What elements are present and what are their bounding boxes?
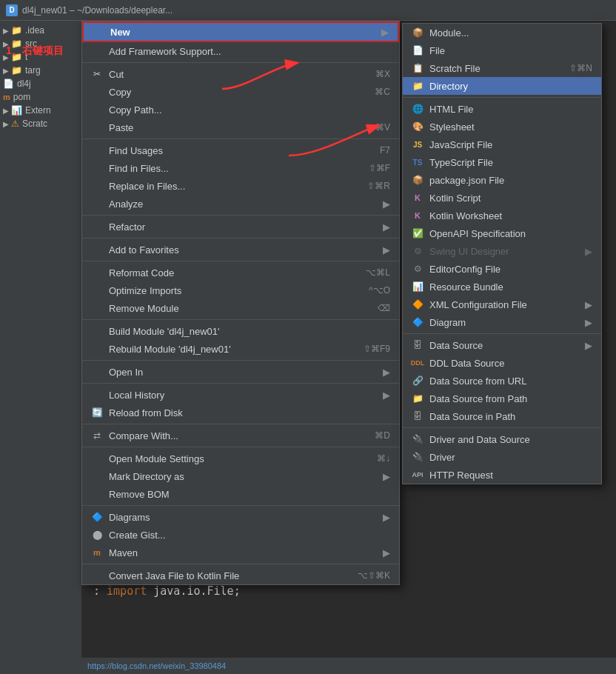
driver-icon: 🔌	[412, 451, 424, 463]
package-json-icon: 📦	[412, 174, 424, 186]
submenu-file[interactable]: 📄 File	[403, 41, 601, 59]
separator-9	[82, 424, 399, 424]
menu-item-create-gist[interactable]: ⬤ Create Gist...	[82, 526, 399, 544]
ddl-icon: DDL	[412, 357, 424, 369]
sidebar-item-src[interactable]: ▶ 📁 src	[0, 37, 81, 50]
separator-1	[82, 62, 399, 63]
sidebar-item-scratch[interactable]: ▶ ⚠ Scratc	[0, 117, 81, 130]
swing-ui-icon: ⚙	[412, 245, 424, 257]
add-framework-icon	[91, 45, 103, 57]
submenu-driver[interactable]: 🔌 Driver	[403, 448, 601, 466]
url-text: https://blog.csdn.net/weixin_33980484	[87, 661, 226, 670]
open-in-icon	[91, 366, 103, 378]
submenu-data-source-path[interactable]: 📁 Data Source from Path	[403, 390, 601, 407]
menu-item-build-module[interactable]: Build Module 'dl4j_new01'	[82, 322, 399, 340]
submenu-swing-ui[interactable]: ⚙ Swing UI Designer ▶	[403, 242, 601, 260]
module-icon: 📦	[412, 27, 424, 39]
submenu-new: 📦 Module... 📄 File 📋 Scratch File ⇧⌘N 📁 …	[402, 23, 602, 484]
menu-item-cut[interactable]: ✂ Cut ⌘X	[82, 65, 399, 83]
submenu-kotlin-script[interactable]: K Kotlin Script	[403, 189, 601, 207]
add-to-favorites-icon	[91, 244, 103, 256]
cut-icon: ✂	[91, 68, 103, 80]
menu-item-find-usages[interactable]: Find Usages F7	[82, 141, 399, 159]
menu-item-add-to-favorites[interactable]: Add to Favorites ▶	[82, 241, 399, 258]
submenu-module[interactable]: 📦 Module...	[403, 24, 601, 41]
submenu-diagram[interactable]: 🔷 Diagram ▶	[403, 313, 601, 331]
scratch-file-icon: 📋	[412, 62, 424, 74]
sidebar-item-extern[interactable]: ▶ 📊 Extern	[0, 104, 81, 117]
submenu-kotlin-worksheet[interactable]: K Kotlin Worksheet	[403, 207, 601, 224]
submenu-xml-config[interactable]: 🔶 XML Configuration File ▶	[403, 296, 601, 313]
submenu-typescript[interactable]: TS TypeScript File	[403, 153, 601, 171]
open-module-settings-icon	[91, 453, 103, 464]
sidebar-item-target[interactable]: ▶ 📁 targ	[0, 64, 81, 77]
submenu-resource-bundle[interactable]: 📊 Resource Bundle	[403, 278, 601, 296]
menu-item-open-module-settings[interactable]: Open Module Settings ⌘↓	[82, 450, 399, 467]
data-source-in-path-icon: 🗄	[412, 410, 424, 422]
menu-item-copy[interactable]: Copy ⌘C	[82, 83, 399, 101]
sidebar-item-pom[interactable]: m pom	[0, 90, 81, 104]
submenu-separator-3	[403, 427, 601, 428]
menu-item-reformat-code[interactable]: Reformat Code ⌥⌘L	[82, 264, 399, 281]
separator-8	[82, 383, 399, 384]
menu-item-diagrams[interactable]: 🔷 Diagrams ▶	[82, 508, 399, 526]
editorconfig-icon: ⚙	[412, 263, 424, 275]
menu-item-maven[interactable]: m Maven ▶	[82, 544, 399, 561]
find-in-files-icon	[91, 162, 103, 174]
menu-item-remove-module[interactable]: Remove Module ⌫	[82, 299, 399, 317]
build-module-icon	[91, 325, 103, 337]
submenu-package-json[interactable]: 📦 package.json File	[403, 171, 601, 189]
submenu-driver-and-data-source[interactable]: 🔌 Driver and Data Source	[403, 430, 601, 448]
submenu-scratch-file[interactable]: 📋 Scratch File ⇧⌘N	[403, 59, 601, 77]
ts-icon: TS	[412, 156, 424, 168]
menu-item-reload-from-disk[interactable]: 🔄 Reload from Disk	[82, 404, 399, 421]
menu-item-replace-in-files[interactable]: Replace in Files... ⇧⌘R	[82, 177, 399, 195]
menu-item-paste[interactable]: Paste ⌘V	[82, 119, 399, 136]
menu-item-find-in-files[interactable]: Find in Files... ⇧⌘F	[82, 159, 399, 177]
separator-10	[82, 447, 399, 447]
menu-item-open-in[interactable]: Open In ▶	[82, 363, 399, 381]
submenu-openapi[interactable]: ✅ OpenAPI Specification	[403, 224, 601, 242]
remove-bom-icon	[91, 488, 103, 500]
submenu-ddl-data-source[interactable]: DDL DDL Data Source	[403, 354, 601, 372]
data-source-url-icon: 🔗	[412, 375, 424, 387]
create-gist-icon: ⬤	[91, 529, 103, 541]
copy-path-icon	[91, 104, 103, 116]
driver-and-ds-icon: 🔌	[412, 433, 424, 445]
url-bar: https://blog.csdn.net/weixin_33980484	[81, 658, 616, 674]
menu-item-mark-directory[interactable]: Mark Directory as ▶	[82, 467, 399, 485]
data-source-icon: 🗄	[412, 339, 424, 351]
reload-icon: 🔄	[91, 407, 103, 418]
submenu-stylesheet[interactable]: 🎨 Stylesheet	[403, 118, 601, 136]
submenu-directory[interactable]: 📁 Directory	[403, 77, 601, 95]
menu-item-refactor[interactable]: Refactor ▶	[82, 218, 399, 236]
kotlin-worksheet-icon: K	[412, 210, 424, 221]
menu-item-local-history[interactable]: Local History ▶	[82, 386, 399, 404]
menu-item-new[interactable]: New ▶ 📦 Module... 📄 File 📋 Scratch File …	[82, 21, 399, 42]
menu-item-compare-with[interactable]: ⇄ Compare With... ⌘D	[82, 427, 399, 444]
menu-item-add-framework[interactable]: Add Framework Support...	[82, 42, 399, 60]
optimize-imports-icon	[91, 284, 103, 296]
replace-in-files-icon	[91, 180, 103, 192]
menu-item-rebuild-module[interactable]: Rebuild Module 'dl4j_new01' ⇧⌘F9	[82, 340, 399, 358]
data-source-path-icon: 📁	[412, 393, 424, 404]
submenu-html-file[interactable]: 🌐 HTML File	[403, 100, 601, 118]
separator-4	[82, 238, 399, 238]
submenu-http-request[interactable]: API HTTP Request	[403, 466, 601, 484]
menu-item-copy-path[interactable]: Copy Path...	[82, 101, 399, 119]
sidebar-item-dl4j[interactable]: 📄 dl4j	[0, 77, 81, 90]
submenu-data-source[interactable]: 🗄 Data Source ▶	[403, 336, 601, 354]
menu-item-remove-bom[interactable]: Remove BOM	[82, 485, 399, 503]
menu-item-optimize-imports[interactable]: Optimize Imports ^⌥O	[82, 281, 399, 299]
submenu-editorconfig[interactable]: ⚙ EditorConfig File	[403, 260, 601, 278]
menu-item-convert-java[interactable]: Convert Java File to Kotlin File ⌥⇧⌘K	[82, 567, 399, 584]
separator-6	[82, 319, 399, 320]
submenu-data-source-in-path[interactable]: 🗄 Data Source in Path	[403, 407, 601, 425]
submenu-data-source-url[interactable]: 🔗 Data Source from URL	[403, 372, 601, 390]
sidebar-item-idea[interactable]: ▶ 📁 .idea	[0, 24, 81, 37]
submenu-javascript[interactable]: JS JavaScript File	[403, 136, 601, 153]
openapi-icon: ✅	[412, 227, 424, 239]
menu-item-analyze[interactable]: Analyze ▶	[82, 195, 399, 213]
sidebar-item-t[interactable]: ▶ 📁 t	[0, 50, 81, 64]
convert-java-icon	[91, 570, 103, 581]
